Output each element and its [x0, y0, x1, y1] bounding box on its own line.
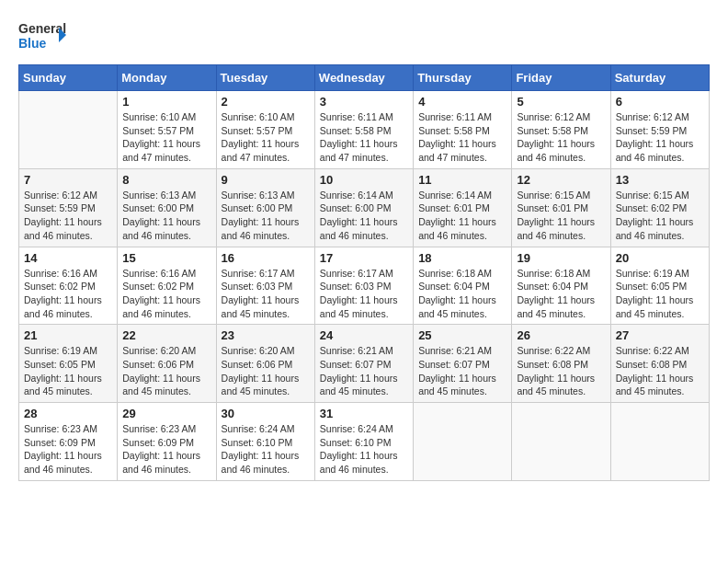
calendar-cell: 4Sunrise: 6:11 AM Sunset: 5:58 PM Daylig…	[414, 91, 512, 169]
calendar-cell	[414, 403, 512, 481]
day-number: 7	[24, 173, 112, 187]
calendar-week-5: 28Sunrise: 6:23 AM Sunset: 6:09 PM Dayli…	[19, 403, 710, 481]
calendar-cell: 21Sunrise: 6:19 AM Sunset: 6:05 PM Dayli…	[19, 325, 118, 403]
calendar-cell: 16Sunrise: 6:17 AM Sunset: 6:03 PM Dayli…	[216, 247, 314, 325]
calendar-cell: 8Sunrise: 6:13 AM Sunset: 6:00 PM Daylig…	[118, 168, 216, 247]
day-info: Sunrise: 6:17 AM Sunset: 6:03 PM Dayligh…	[320, 267, 408, 321]
calendar-cell: 6Sunrise: 6:12 AM Sunset: 5:59 PM Daylig…	[610, 91, 709, 169]
calendar-cell: 1Sunrise: 6:10 AM Sunset: 5:57 PM Daylig…	[118, 91, 216, 169]
day-info: Sunrise: 6:20 AM Sunset: 6:06 PM Dayligh…	[122, 344, 210, 398]
weekday-header-monday: Monday	[118, 65, 216, 91]
logo-icon: GeneralBlue	[18, 18, 69, 55]
calendar-cell: 17Sunrise: 6:17 AM Sunset: 6:03 PM Dayli…	[314, 247, 413, 325]
day-number: 16	[222, 251, 310, 265]
calendar-week-1: 1Sunrise: 6:10 AM Sunset: 5:57 PM Daylig…	[19, 91, 710, 169]
calendar-cell: 18Sunrise: 6:18 AM Sunset: 6:04 PM Dayli…	[414, 247, 512, 325]
weekday-header-sunday: Sunday	[19, 65, 118, 91]
day-info: Sunrise: 6:12 AM Sunset: 5:59 PM Dayligh…	[24, 189, 112, 243]
calendar-cell	[19, 91, 118, 169]
day-number: 9	[222, 173, 310, 187]
calendar-cell: 9Sunrise: 6:13 AM Sunset: 6:00 PM Daylig…	[216, 168, 314, 247]
day-number: 12	[517, 173, 605, 187]
day-info: Sunrise: 6:23 AM Sunset: 6:09 PM Dayligh…	[122, 422, 210, 477]
weekday-header-thursday: Thursday	[414, 65, 512, 91]
day-number: 24	[320, 328, 408, 342]
calendar-cell: 28Sunrise: 6:23 AM Sunset: 6:09 PM Dayli…	[19, 403, 118, 481]
day-info: Sunrise: 6:22 AM Sunset: 6:08 PM Dayligh…	[517, 344, 605, 398]
day-info: Sunrise: 6:17 AM Sunset: 6:03 PM Dayligh…	[222, 267, 310, 321]
day-info: Sunrise: 6:11 AM Sunset: 5:58 PM Dayligh…	[320, 110, 408, 165]
day-number: 15	[122, 251, 210, 265]
calendar-cell	[610, 403, 709, 481]
day-number: 4	[418, 95, 506, 109]
day-info: Sunrise: 6:24 AM Sunset: 6:10 PM Dayligh…	[222, 422, 310, 477]
day-info: Sunrise: 6:21 AM Sunset: 6:07 PM Dayligh…	[320, 344, 408, 398]
day-number: 5	[517, 95, 605, 109]
day-info: Sunrise: 6:24 AM Sunset: 6:10 PM Dayligh…	[320, 422, 408, 477]
weekday-header-wednesday: Wednesday	[314, 65, 413, 91]
day-info: Sunrise: 6:23 AM Sunset: 6:09 PM Dayligh…	[24, 422, 112, 477]
calendar-week-4: 21Sunrise: 6:19 AM Sunset: 6:05 PM Dayli…	[19, 325, 710, 403]
day-number: 22	[122, 328, 210, 342]
day-number: 20	[616, 251, 704, 265]
weekday-row: SundayMondayTuesdayWednesdayThursdayFrid…	[19, 65, 710, 91]
calendar-cell: 12Sunrise: 6:15 AM Sunset: 6:01 PM Dayli…	[512, 168, 610, 247]
day-info: Sunrise: 6:15 AM Sunset: 6:02 PM Dayligh…	[616, 189, 704, 243]
day-number: 10	[320, 173, 408, 187]
calendar-cell: 24Sunrise: 6:21 AM Sunset: 6:07 PM Dayli…	[314, 325, 413, 403]
day-info: Sunrise: 6:16 AM Sunset: 6:02 PM Dayligh…	[122, 267, 210, 321]
day-number: 2	[222, 95, 310, 109]
svg-text:Blue: Blue	[18, 36, 47, 51]
page-header: GeneralBlue	[18, 18, 710, 55]
day-number: 23	[222, 328, 310, 342]
calendar-cell: 13Sunrise: 6:15 AM Sunset: 6:02 PM Dayli…	[610, 168, 709, 247]
calendar-body: 1Sunrise: 6:10 AM Sunset: 5:57 PM Daylig…	[19, 91, 710, 481]
calendar-cell: 29Sunrise: 6:23 AM Sunset: 6:09 PM Dayli…	[118, 403, 216, 481]
day-info: Sunrise: 6:19 AM Sunset: 6:05 PM Dayligh…	[616, 267, 704, 321]
calendar-cell: 27Sunrise: 6:22 AM Sunset: 6:08 PM Dayli…	[610, 325, 709, 403]
day-number: 19	[517, 251, 605, 265]
day-number: 26	[517, 328, 605, 342]
calendar-cell: 14Sunrise: 6:16 AM Sunset: 6:02 PM Dayli…	[19, 247, 118, 325]
day-info: Sunrise: 6:11 AM Sunset: 5:58 PM Dayligh…	[418, 110, 506, 165]
day-number: 14	[24, 251, 112, 265]
day-number: 13	[616, 173, 704, 187]
day-info: Sunrise: 6:16 AM Sunset: 6:02 PM Dayligh…	[24, 267, 112, 321]
day-info: Sunrise: 6:10 AM Sunset: 5:57 PM Dayligh…	[122, 110, 210, 165]
calendar-header: SundayMondayTuesdayWednesdayThursdayFrid…	[19, 65, 710, 91]
day-info: Sunrise: 6:13 AM Sunset: 6:00 PM Dayligh…	[222, 189, 310, 243]
calendar-week-3: 14Sunrise: 6:16 AM Sunset: 6:02 PM Dayli…	[19, 247, 710, 325]
calendar-cell: 3Sunrise: 6:11 AM Sunset: 5:58 PM Daylig…	[314, 91, 413, 169]
day-number: 30	[222, 407, 310, 420]
calendar-cell: 7Sunrise: 6:12 AM Sunset: 5:59 PM Daylig…	[19, 168, 118, 247]
calendar-cell: 22Sunrise: 6:20 AM Sunset: 6:06 PM Dayli…	[118, 325, 216, 403]
day-info: Sunrise: 6:12 AM Sunset: 5:58 PM Dayligh…	[517, 110, 605, 165]
day-info: Sunrise: 6:10 AM Sunset: 5:57 PM Dayligh…	[222, 110, 310, 165]
day-info: Sunrise: 6:13 AM Sunset: 6:00 PM Dayligh…	[122, 189, 210, 243]
calendar-cell: 5Sunrise: 6:12 AM Sunset: 5:58 PM Daylig…	[512, 91, 610, 169]
day-number: 25	[418, 328, 506, 342]
calendar-cell: 30Sunrise: 6:24 AM Sunset: 6:10 PM Dayli…	[216, 403, 314, 481]
day-number: 11	[418, 173, 506, 187]
calendar-cell: 10Sunrise: 6:14 AM Sunset: 6:00 PM Dayli…	[314, 168, 413, 247]
day-info: Sunrise: 6:14 AM Sunset: 6:01 PM Dayligh…	[418, 189, 506, 243]
calendar-cell	[512, 403, 610, 481]
day-number: 31	[320, 407, 408, 420]
day-number: 8	[122, 173, 210, 187]
day-number: 18	[418, 251, 506, 265]
day-number: 27	[616, 328, 704, 342]
calendar-cell: 19Sunrise: 6:18 AM Sunset: 6:04 PM Dayli…	[512, 247, 610, 325]
day-info: Sunrise: 6:18 AM Sunset: 6:04 PM Dayligh…	[517, 267, 605, 321]
calendar-cell: 15Sunrise: 6:16 AM Sunset: 6:02 PM Dayli…	[118, 247, 216, 325]
calendar-table: SundayMondayTuesdayWednesdayThursdayFrid…	[18, 64, 710, 481]
calendar-week-2: 7Sunrise: 6:12 AM Sunset: 5:59 PM Daylig…	[19, 168, 710, 247]
day-number: 29	[122, 407, 210, 420]
day-info: Sunrise: 6:18 AM Sunset: 6:04 PM Dayligh…	[418, 267, 506, 321]
day-info: Sunrise: 6:15 AM Sunset: 6:01 PM Dayligh…	[517, 189, 605, 243]
day-info: Sunrise: 6:21 AM Sunset: 6:07 PM Dayligh…	[418, 344, 506, 398]
day-number: 21	[24, 328, 112, 342]
weekday-header-friday: Friday	[512, 65, 610, 91]
day-info: Sunrise: 6:14 AM Sunset: 6:00 PM Dayligh…	[320, 189, 408, 243]
day-number: 28	[24, 407, 112, 420]
day-number: 3	[320, 95, 408, 109]
